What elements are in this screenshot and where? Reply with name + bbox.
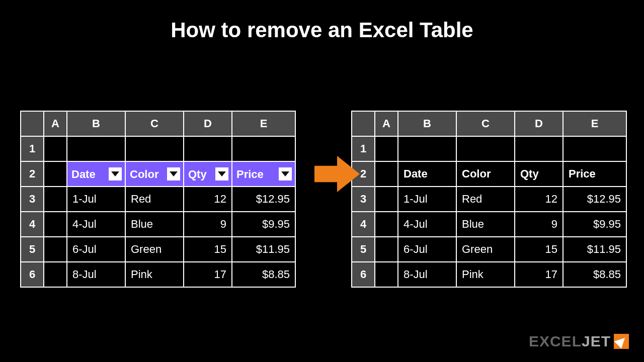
cell[interactable]	[125, 136, 184, 161]
cell[interactable]	[375, 187, 398, 212]
cell[interactable]: $12.95	[232, 187, 295, 212]
cell[interactable]: 6-Jul	[398, 237, 456, 262]
cell[interactable]: Blue	[125, 212, 184, 237]
cell[interactable]: 12	[184, 187, 232, 212]
row-header-5[interactable]: 5	[352, 237, 375, 262]
cell[interactable]: 17	[184, 262, 232, 287]
table-row: 4 4-Jul Blue 9 $9.95	[352, 212, 626, 237]
cell[interactable]	[515, 136, 563, 161]
cell[interactable]	[375, 237, 398, 262]
col-header-e[interactable]: E	[563, 111, 626, 136]
cell[interactable]: Pink	[456, 262, 515, 287]
cell[interactable]	[44, 212, 67, 237]
cell[interactable]: $9.95	[563, 212, 626, 237]
cell[interactable]	[44, 136, 67, 161]
cell[interactable]: 9	[515, 212, 563, 237]
cell[interactable]: 8-Jul	[67, 262, 125, 287]
cell[interactable]	[375, 262, 398, 287]
arrow-right-icon	[314, 154, 360, 194]
cell[interactable]	[44, 237, 67, 262]
table-header-label: Price	[236, 168, 264, 181]
cell[interactable]	[67, 136, 125, 161]
cell[interactable]	[375, 212, 398, 237]
filter-dropdown-icon[interactable]	[109, 167, 122, 180]
cell[interactable]: $11.95	[563, 237, 626, 262]
cell[interactable]	[375, 136, 398, 161]
col-header-b[interactable]: B	[398, 111, 456, 136]
col-header-c[interactable]: C	[125, 111, 184, 136]
cell[interactable]: 1-Jul	[398, 187, 456, 212]
filter-dropdown-icon[interactable]	[279, 167, 292, 180]
table-header-label: Qty	[188, 168, 207, 181]
row-header-4[interactable]: 4	[21, 212, 44, 237]
table-row: 5 6-Jul Green 15 $11.95	[352, 237, 626, 262]
table-header-price[interactable]: Price	[232, 161, 295, 187]
corner-cell	[21, 111, 44, 136]
filter-dropdown-icon[interactable]	[167, 167, 180, 180]
row-header-2[interactable]: 2	[21, 161, 44, 187]
row-header-6[interactable]: 6	[352, 262, 375, 287]
cell[interactable]: Red	[456, 187, 515, 212]
header-price[interactable]: Price	[563, 161, 626, 187]
cell[interactable]: Red	[125, 187, 184, 212]
cell[interactable]	[375, 161, 398, 187]
row-header-4[interactable]: 4	[352, 212, 375, 237]
cell[interactable]: $8.85	[232, 262, 295, 287]
cell[interactable]	[184, 136, 232, 161]
row-header-5[interactable]: 5	[21, 237, 44, 262]
cell[interactable]: Green	[125, 237, 184, 262]
table-header-qty[interactable]: Qty	[184, 161, 232, 187]
filter-dropdown-icon[interactable]	[215, 167, 228, 180]
cell[interactable]: Green	[456, 237, 515, 262]
table-row: 5 6-Jul Green 15 $11.95	[21, 237, 295, 262]
col-header-b[interactable]: B	[67, 111, 125, 136]
col-header-a[interactable]: A	[375, 111, 398, 136]
header-color[interactable]: Color	[456, 161, 515, 187]
col-header-c[interactable]: C	[456, 111, 515, 136]
cell[interactable]	[232, 136, 295, 161]
cell[interactable]	[44, 161, 67, 187]
header-date[interactable]: Date	[398, 161, 456, 187]
cell[interactable]: $12.95	[563, 187, 626, 212]
cell[interactable]: 8-Jul	[398, 262, 456, 287]
page-title: How to remove an Excel Table	[0, 0, 644, 42]
cell[interactable]: 6-Jul	[67, 237, 125, 262]
header-qty[interactable]: Qty	[515, 161, 563, 187]
brand-logo: EXCELJET	[529, 333, 629, 350]
table-row: 6 8-Jul Pink 17 $8.85	[21, 262, 295, 287]
cell[interactable]: 1-Jul	[67, 187, 125, 212]
table-header-label: Color	[130, 168, 158, 181]
col-header-d[interactable]: D	[184, 111, 232, 136]
table-row: 3 1-Jul Red 12 $12.95	[21, 187, 295, 212]
cell[interactable]: 17	[515, 262, 563, 287]
row-header-1[interactable]: 1	[21, 136, 44, 161]
row-header-6[interactable]: 6	[21, 262, 44, 287]
cell[interactable]: $8.85	[563, 262, 626, 287]
cell[interactable]	[456, 136, 515, 161]
table-row: 6 8-Jul Pink 17 $8.85	[352, 262, 626, 287]
cell[interactable]: 4-Jul	[67, 212, 125, 237]
col-header-d[interactable]: D	[515, 111, 563, 136]
cell[interactable]	[44, 262, 67, 287]
table-header-date[interactable]: Date	[67, 161, 125, 187]
logo-mark-icon	[614, 334, 629, 349]
cell[interactable]: 15	[184, 237, 232, 262]
table-row: 3 1-Jul Red 12 $12.95	[352, 187, 626, 212]
col-header-a[interactable]: A	[44, 111, 67, 136]
cell[interactable]: 15	[515, 237, 563, 262]
cell[interactable]: 4-Jul	[398, 212, 456, 237]
cell[interactable]	[563, 136, 626, 161]
cell[interactable]: 12	[515, 187, 563, 212]
cell[interactable]	[398, 136, 456, 161]
row-header-3[interactable]: 3	[21, 187, 44, 212]
cell[interactable]: $9.95	[232, 212, 295, 237]
col-header-e[interactable]: E	[232, 111, 295, 136]
svg-marker-0	[314, 156, 360, 192]
cell[interactable]: Blue	[456, 212, 515, 237]
cell[interactable]: $11.95	[232, 237, 295, 262]
table-header-color[interactable]: Color	[125, 161, 184, 187]
cell[interactable]	[44, 187, 67, 212]
cell[interactable]: 9	[184, 212, 232, 237]
after-table: A B C D E 1 2 Date Color Qty Price 3 1-J…	[351, 111, 627, 288]
cell[interactable]: Pink	[125, 262, 184, 287]
